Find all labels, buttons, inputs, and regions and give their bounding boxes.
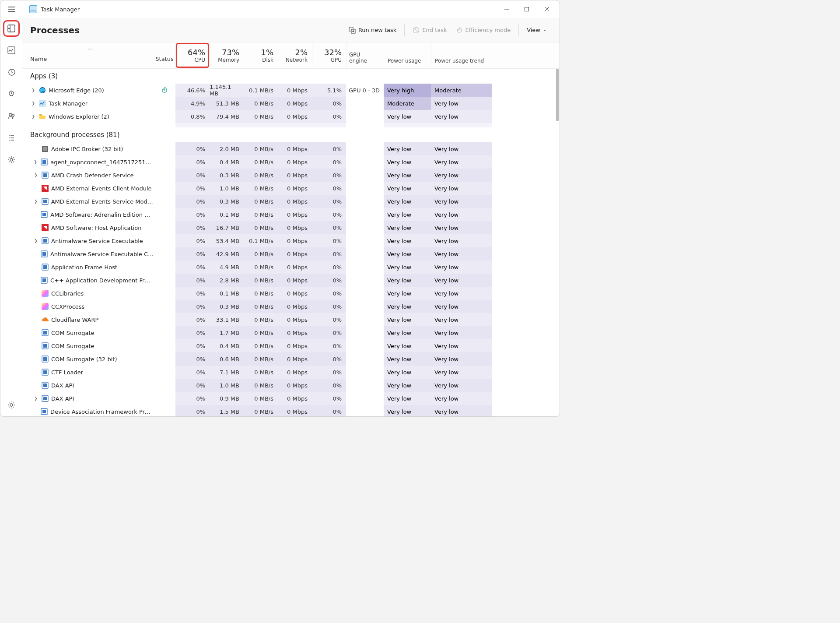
process-name: Windows Explorer (2) — [49, 113, 109, 120]
process-name: Adobe IPC Broker (32 bit) — [51, 146, 123, 152]
process-row[interactable]: ❯Windows Explorer (2)0.8%79.4 MB0 MB/s0 … — [22, 110, 560, 123]
nav-app-history[interactable] — [4, 65, 18, 79]
run-new-task-button[interactable]: Run new task — [344, 24, 401, 36]
gpu-cell: 0% — [312, 155, 346, 169]
status-cell — [154, 182, 175, 195]
process-name-cell: ❯agent_ovpnconnect_1647517251935.exe — [22, 155, 154, 169]
process-name: AMD External Events Service Module — [51, 198, 154, 205]
process-row[interactable]: COM Surrogate0%1.7 MB0 MB/s0 Mbps0%Very … — [22, 326, 560, 339]
column-header-network[interactable]: 2% Network — [278, 42, 312, 68]
nav-startup[interactable] — [4, 87, 18, 101]
nav-users[interactable] — [4, 109, 18, 123]
process-row[interactable]: Antimalware Service Executable Content..… — [22, 247, 560, 260]
process-row[interactable]: Adobe IPC Broker (32 bit)0%2.0 MB0 MB/s0… — [22, 142, 560, 155]
expand-toggle[interactable]: ❯ — [33, 239, 39, 243]
mem-cell: 0.3 MB — [210, 169, 244, 182]
cpu-cell: 0% — [175, 234, 210, 247]
process-name: Application Frame Host — [51, 264, 117, 271]
nav-performance[interactable] — [4, 43, 18, 57]
process-row[interactable]: AMD Software: Host Application0%16.7 MB0… — [22, 221, 560, 234]
process-row[interactable]: CCXProcess0%0.3 MB0 MB/s0 Mbps0%Very low… — [22, 300, 560, 313]
disk-cell: 0 MB/s — [244, 182, 278, 195]
cpu-cell: 0% — [175, 405, 210, 416]
process-name-cell: ❯Task Manager — [22, 97, 154, 110]
minimize-button[interactable] — [497, 2, 517, 16]
net-cell: 0 Mbps — [278, 169, 312, 182]
column-header-cpu[interactable]: 64% CPU — [175, 42, 210, 68]
process-row[interactable]: AMD External Events Client Module0%1.0 M… — [22, 182, 560, 195]
process-name-cell: Adobe IPC Broker (32 bit) — [22, 142, 154, 155]
column-header-memory[interactable]: 73% Memory — [210, 42, 244, 68]
column-header-status[interactable]: Status — [154, 42, 175, 68]
nav-processes[interactable] — [4, 21, 18, 35]
expand-toggle[interactable]: ❯ — [30, 114, 36, 119]
cpu-cell: 0% — [175, 195, 210, 208]
nav-services[interactable] — [4, 153, 18, 167]
expand-toggle[interactable]: ❯ — [33, 160, 38, 164]
process-name: Cloudflare WARP — [51, 317, 98, 323]
end-task-button[interactable]: End task — [408, 24, 451, 36]
process-row[interactable]: ❯Microsoft Edge (20)46.6%1,145.1 MB0.1 M… — [22, 84, 560, 97]
group-header-background[interactable]: Background processes (81) — [22, 127, 560, 142]
process-row[interactable]: DAX API0%1.0 MB0 MB/s0 Mbps0%Very lowVer… — [22, 379, 560, 392]
process-row[interactable]: ❯AMD Crash Defender Service0%0.3 MB0 MB/… — [22, 169, 560, 182]
process-row[interactable]: C++ Application Development Framework0%2… — [22, 274, 560, 287]
process-row[interactable]: CCLibraries0%0.1 MB0 MB/s0 Mbps0%Very lo… — [22, 287, 560, 300]
column-header-gpu[interactable]: 32% GPU — [312, 42, 346, 68]
process-row[interactable]: Device Association Framework Provider ..… — [22, 405, 560, 416]
mem-cell: 16.7 MB — [210, 221, 244, 234]
expand-toggle[interactable]: ❯ — [33, 199, 39, 204]
column-header-disk[interactable]: 1% Disk — [244, 42, 278, 68]
hamburger-menu[interactable] — [6, 3, 18, 15]
cpu-cell: 0.8% — [175, 110, 210, 123]
mem-cell: 0.1 MB — [210, 208, 244, 221]
power-usage-cell: Very low — [384, 405, 431, 416]
process-row[interactable]: COM Surrogate0%0.4 MB0 MB/s0 Mbps0%Very … — [22, 339, 560, 352]
process-row[interactable]: Cloudflare WARP0%33.1 MB0 MB/s0 Mbps0%Ve… — [22, 313, 560, 326]
view-menu-button[interactable]: View — [522, 24, 552, 36]
mem-cell: 7.1 MB — [210, 366, 244, 379]
process-table[interactable]: Apps (3)❯Microsoft Edge (20)46.6%1,145.1… — [22, 69, 560, 416]
process-row[interactable]: ❯DAX API0%0.9 MB0 MB/s0 Mbps0%Very lowVe… — [22, 392, 560, 405]
status-cell — [154, 313, 175, 326]
gpu-cell: 0% — [312, 110, 346, 123]
column-header-power[interactable]: Power usage — [384, 42, 431, 68]
net-cell: 0 Mbps — [278, 339, 312, 352]
close-button[interactable] — [537, 2, 557, 16]
column-header-power-trend[interactable]: Power usage trend — [431, 42, 492, 68]
process-name-cell: ❯DAX API — [22, 392, 154, 405]
mem-cell: 0.1 MB — [210, 287, 244, 300]
end-task-icon — [413, 27, 420, 34]
expand-toggle[interactable]: ❯ — [30, 88, 36, 92]
process-row[interactable]: ❯AMD External Events Service Module0%0.3… — [22, 195, 560, 208]
disk-cell: 0 MB/s — [244, 300, 278, 313]
nav-settings[interactable] — [4, 398, 18, 412]
process-name: agent_ovpnconnect_1647517251935.exe — [50, 159, 154, 165]
scrollbar-thumb[interactable] — [556, 69, 559, 121]
mem-cell: 1.5 MB — [210, 405, 244, 416]
process-row[interactable]: AMD Software: Adrenalin Edition Comm...0… — [22, 208, 560, 221]
expand-toggle[interactable]: ❯ — [33, 396, 39, 401]
process-row[interactable]: ❯Antimalware Service Executable0%53.4 MB… — [22, 234, 560, 247]
cpu-cell: 0% — [175, 379, 210, 392]
power-usage-cell: Very low — [384, 352, 431, 366]
maximize-button[interactable] — [517, 2, 537, 16]
cpu-cell: 0% — [175, 287, 210, 300]
process-row[interactable]: COM Surrogate (32 bit)0%0.6 MB0 MB/s0 Mb… — [22, 352, 560, 366]
process-row[interactable]: ❯agent_ovpnconnect_1647517251935.exe0%0.… — [22, 155, 560, 169]
process-name-cell: AMD Software: Adrenalin Edition Comm... — [22, 208, 154, 221]
nav-details[interactable] — [4, 131, 18, 145]
group-header-apps[interactable]: Apps (3) — [22, 69, 560, 84]
expand-toggle[interactable]: ❯ — [30, 101, 36, 106]
disk-cell: 0 MB/s — [244, 110, 278, 123]
process-row[interactable]: Application Frame Host0%4.9 MB0 MB/s0 Mb… — [22, 260, 560, 274]
power-trend-cell: Very low — [431, 339, 492, 352]
column-header-name[interactable]: ︿ Name — [22, 42, 154, 68]
efficiency-mode-button[interactable]: Efficiency mode — [452, 24, 515, 36]
status-cell — [154, 84, 175, 97]
column-header-gpu-engine[interactable]: GPU engine — [346, 42, 384, 68]
mem-cell: 0.4 MB — [210, 155, 244, 169]
process-row[interactable]: CTF Loader0%7.1 MB0 MB/s0 Mbps0%Very low… — [22, 366, 560, 379]
process-row[interactable]: ❯Task Manager4.9%51.3 MB0 MB/s0 Mbps0%Mo… — [22, 97, 560, 110]
expand-toggle[interactable]: ❯ — [33, 173, 39, 177]
